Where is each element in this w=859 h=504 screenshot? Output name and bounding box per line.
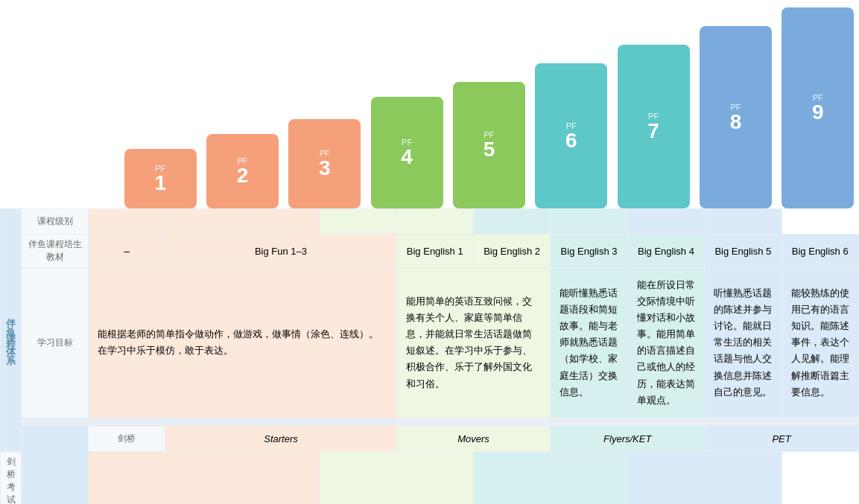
row-header-goal: 学习目标	[22, 268, 89, 418]
cambridge-movers: Movers	[396, 426, 551, 451]
vocab-1500: 1500–1800词	[473, 451, 627, 504]
textbook-be3: Big English 3	[551, 235, 627, 268]
separator-row	[1, 418, 859, 426]
level-col-pf5: PF5	[448, 7, 530, 208]
textbook-be2: Big English 2	[473, 235, 550, 268]
row-header-cambridge: 剑桥	[89, 426, 165, 451]
textbook-be5: Big English 5	[705, 235, 782, 268]
pf-label-pf7: PF	[648, 112, 659, 121]
pf-num-pf1: 1	[154, 173, 166, 194]
vocab-3000: 3000–3500词	[627, 451, 782, 504]
section-label-main: 伴 鱼 课 程 体 系	[1, 209, 22, 452]
level-cols: PF1PF2PF3PF4PF5PF6PF7PF8PF9	[119, 7, 859, 208]
row-vocabulary: 剑桥考试系列词汇要求500词1000词1500–1800词3000–3500词	[1, 451, 859, 504]
row-header-vocabulary: 剑桥考试系列词汇要求	[1, 451, 22, 504]
level-col-pf4: PF4	[366, 7, 448, 208]
level-col-pf1: PF1	[119, 7, 201, 208]
level-block-pf1: PF1	[124, 149, 197, 208]
level-bar-spacer	[0, 7, 119, 208]
level-cell-pf1	[89, 209, 165, 235]
row-goals: 学习目标能根据老师的简单指令做动作，做游戏，做事情（涂色、连线）。在学习中乐于模…	[1, 268, 859, 418]
cambridge-flyers: Flyers/KET	[551, 426, 705, 451]
level-cell-pf6	[473, 209, 550, 235]
pf-num-pf8: 8	[730, 112, 742, 133]
main-container: PF1PF2PF3PF4PF5PF6PF7PF8PF9 伴 鱼 课 程 体 系课…	[0, 0, 859, 504]
main-table: 伴 鱼 课 程 体 系课程级别伴鱼课程培生教材–Big Fun 1–3Big E…	[0, 208, 859, 504]
goal-pf9: 能较熟练的使用已有的语言知识。能陈述事件，表达个人见解。能理解推断语篇主要信息。	[782, 268, 858, 418]
pf-num-pf3: 3	[319, 158, 331, 179]
pf-num-pf5: 5	[484, 139, 495, 160]
pf-label-pf2: PF	[237, 156, 247, 165]
level-block-pf6: PF6	[535, 63, 607, 208]
level-cell-pf7	[551, 209, 627, 235]
level-cell-pf5	[396, 209, 473, 235]
level-col-pf7: PF7	[612, 7, 694, 208]
goal-pf6: 能听懂熟悉话题语段和简短故事。能与老师就熟悉话题（如学校、家庭生活）交换信息。	[551, 268, 627, 418]
textbook-bigfun: Big Fun 1–3	[165, 235, 396, 268]
vocab-1000: 1000词	[320, 451, 474, 504]
level-block-pf5: PF5	[453, 82, 525, 208]
level-cell-pf3	[242, 209, 319, 235]
level-block-pf3: PF3	[288, 119, 361, 208]
section-label-benchmark: 对 标 英 语 能 力 标 准	[22, 426, 89, 504]
level-col-pf6: PF6	[530, 7, 612, 208]
pf-label-pf9: PF	[813, 93, 823, 102]
level-col-pf2: PF2	[201, 7, 283, 208]
level-cell-pf9	[705, 209, 782, 235]
goal-pf4-5: 能用简单的英语互致问候，交换有关个人、家庭等简单信息，并能就日常生活话题做简短叙…	[396, 268, 551, 418]
row-header-textbook: 伴鱼课程培生教材	[22, 235, 89, 268]
level-block-pf7: PF7	[618, 45, 690, 208]
pf-label-pf1: PF	[155, 164, 165, 173]
goal-pf8: 听懂熟悉话题的陈述并参与讨论。能就日常生活的相关话题与他人交换信息并陈述自己的意…	[705, 268, 782, 418]
textbook-be1: Big English 1	[396, 235, 473, 268]
pf-label-pf8: PF	[730, 103, 741, 112]
level-bar: PF1PF2PF3PF4PF5PF6PF7PF8PF9	[0, 0, 859, 208]
level-block-pf9: PF9	[782, 7, 854, 208]
pf-num-pf7: 7	[647, 121, 659, 141]
level-cell-pf4	[320, 209, 396, 235]
cambridge-pet: PET	[705, 426, 859, 451]
pf-label-pf6: PF	[566, 121, 577, 130]
level-block-pf8: PF8	[700, 26, 772, 208]
cambridge-starters: Starters	[165, 426, 396, 451]
level-cell-pf8	[627, 209, 704, 235]
pf-label-pf3: PF	[320, 149, 330, 158]
level-block-pf4: PF4	[371, 97, 443, 208]
row-level-label: 伴 鱼 课 程 体 系课程级别	[1, 209, 859, 235]
row-header-level: 课程级别	[22, 209, 89, 235]
pf-label-pf5: PF	[484, 130, 494, 139]
pf-num-pf6: 6	[565, 130, 577, 151]
level-cell-pf2	[165, 209, 242, 235]
level-col-pf3: PF3	[284, 7, 366, 208]
pf-num-pf9: 9	[812, 102, 824, 123]
row-textbook: 伴鱼课程培生教材–Big Fun 1–3Big English 1Big Eng…	[1, 235, 859, 268]
goal-pf7: 能在所设日常交际情境中听懂对话和小故事。能用简单的语言描述自己或他人的经历，能表…	[627, 268, 704, 418]
pf-num-pf4: 4	[401, 147, 413, 168]
goal-pf1-3: 能根据老师的简单指令做动作，做游戏，做事情（涂色、连线）。在学习中乐于模仿，敢于…	[89, 268, 397, 418]
textbook-be6: Big English 6	[782, 235, 858, 268]
textbook-be4: Big English 4	[627, 235, 704, 268]
textbook-pf1: –	[89, 235, 165, 268]
level-col-pf9: PF9	[777, 7, 859, 208]
level-col-pf8: PF8	[694, 7, 776, 208]
vocab-500: 500词	[89, 451, 320, 504]
pf-label-pf4: PF	[402, 138, 412, 147]
pf-num-pf2: 2	[237, 165, 249, 186]
level-block-pf2: PF2	[206, 134, 279, 208]
row-cambridge: 对 标 英 语 能 力 标 准剑桥StartersMoversFlyers/KE…	[1, 426, 859, 451]
